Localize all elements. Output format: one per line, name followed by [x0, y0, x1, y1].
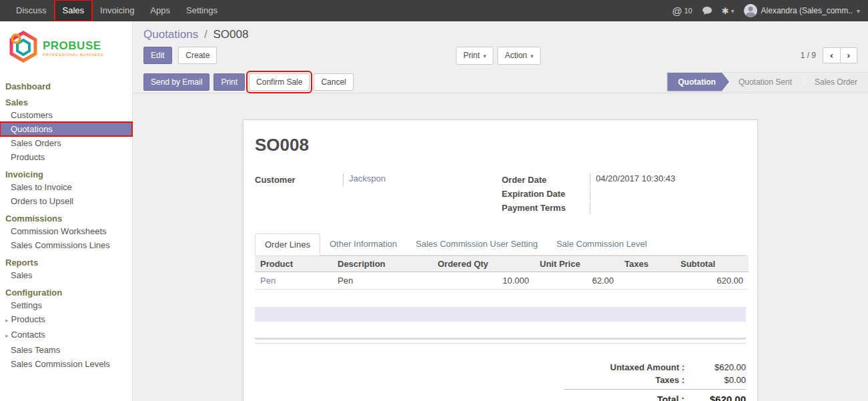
sidebar: PROBUSE PROFESSIONAL BUSINESS Dashboard … [0, 21, 133, 401]
customer-label: Customer [255, 175, 343, 185]
column-header-ordered-qty[interactable]: Ordered Qty [432, 256, 534, 272]
sidebar-item-orders-to-upsell[interactable]: Orders to Upsell [0, 194, 132, 208]
pager-next-button[interactable]: › [840, 47, 857, 63]
field-column-right: Order Date 04/20/2017 10:30:43 Expiratio… [500, 173, 746, 215]
sidebar-item-label: Contacts [11, 330, 45, 340]
messages-indicator[interactable]: @ 10 [672, 5, 692, 17]
pager-previous-button[interactable]: ‹ [823, 47, 840, 63]
terms-input-area[interactable] [255, 307, 746, 322]
cancel-button[interactable]: Cancel [314, 73, 353, 91]
sidebar-item-customers[interactable]: Customers [0, 108, 132, 122]
cell-subtotal: 620.00 [675, 272, 749, 290]
total-label: Total : [564, 394, 694, 401]
messages-count: 10 [684, 7, 692, 15]
statusbar-stage-sales-order[interactable]: Sales Order [799, 73, 868, 91]
tab-order-lines[interactable]: Order Lines [255, 234, 320, 256]
sidebar-heading-sales[interactable]: Sales [0, 97, 132, 108]
topbar-right: @ 10 ✱ ▾ Alexandra (Sales_comm.. ▾ [672, 0, 868, 21]
table-header-row: Product Description Ordered Qty Unit Pri… [255, 256, 749, 272]
sidebar-item-sales-teams[interactable]: Sales Teams [0, 343, 132, 357]
sidebar-item-settings[interactable]: Settings [0, 298, 132, 312]
sidebar-item-commission-worksheets[interactable]: Commission Worksheets [0, 224, 132, 238]
action-dropdown-label: Action [505, 51, 527, 60]
sidebar-heading-dashboard[interactable]: Dashboard [0, 81, 132, 92]
customer-field: Customer Jackspon [255, 173, 500, 187]
user-name: Alexandra (Sales_comm.. [761, 6, 853, 15]
chat-button[interactable] [702, 6, 713, 15]
table-row[interactable]: Pen Pen 10.000 62.00 620.00 [255, 272, 749, 290]
page-title: SO008 [255, 135, 746, 155]
cell-taxes [619, 272, 675, 290]
avatar [744, 4, 757, 17]
confirm-sale-button[interactable]: Confirm Sale [249, 73, 310, 91]
topbar-menu-invoicing[interactable]: Invoicing [92, 0, 142, 21]
customer-value[interactable]: Jackspon [343, 173, 500, 186]
tab-other-information[interactable]: Other Information [320, 234, 406, 256]
edit-button[interactable]: Edit [143, 47, 172, 64]
sidebar-heading-reports[interactable]: Reports [0, 258, 132, 268]
expiration-date-value [590, 187, 746, 200]
topbar-menu-settings[interactable]: Settings [178, 0, 226, 21]
taxes-label: Taxes : [564, 375, 694, 385]
taxes-row: Taxes : $0.00 [564, 374, 746, 386]
order-lines-table: Product Description Ordered Qty Unit Pri… [255, 256, 749, 290]
column-header-product[interactable]: Product [255, 256, 332, 272]
tab-sale-commission-level[interactable]: Sale Commission Level [547, 234, 657, 256]
column-header-unit-price[interactable]: Unit Price [534, 256, 619, 272]
sidebar-item-sales-orders[interactable]: Sales Orders [0, 136, 132, 150]
asterisk-icon: ✱ [722, 6, 729, 16]
main-content: Quotations / SO008 Edit Create Print▾ Ac… [133, 21, 868, 401]
send-by-email-button[interactable]: Send by Email [143, 73, 209, 91]
topbar-menu-apps[interactable]: Apps [142, 0, 178, 21]
sidebar-heading-configuration[interactable]: Configuration [0, 288, 132, 298]
column-header-subtotal[interactable]: Subtotal [675, 256, 749, 272]
expiration-date-field: Expiration Date [502, 187, 746, 201]
sidebar-item-products-config[interactable]: ▸Products [0, 312, 132, 328]
sidebar-item-contacts[interactable]: ▸Contacts [0, 328, 132, 343]
user-menu[interactable]: Alexandra (Sales_comm.. ▾ [744, 4, 860, 17]
divider [255, 343, 746, 344]
sidebar-item-quotations[interactable]: Quotations [0, 122, 132, 136]
statusbar-stage-quotation[interactable]: Quotation [667, 73, 729, 91]
breadcrumb-quotations-link[interactable]: Quotations [143, 28, 198, 41]
expiration-date-label: Expiration Date [502, 189, 590, 199]
sidebar-item-sales-commission-levels[interactable]: Sales Commission Levels [0, 357, 132, 371]
sidebar-item-sales-commissions-lines[interactable]: Sales Commissions Lines [0, 238, 132, 252]
payment-terms-label: Payment Terms [502, 203, 590, 213]
cell-product[interactable]: Pen [255, 272, 332, 290]
statusbar-stage-quotation-sent[interactable]: Quotation Sent [723, 73, 805, 91]
logo-title: PROBUSE [43, 39, 103, 53]
sidebar-item-sales-to-invoice[interactable]: Sales to Invoice [0, 180, 132, 194]
field-grid: Customer Jackspon Order Date 04/20/2017 … [255, 173, 746, 215]
caret-down-icon: ▾ [857, 7, 860, 15]
sidebar-item-reports-sales[interactable]: Sales [0, 268, 132, 282]
print-report-button[interactable]: Print [213, 73, 245, 91]
company-logo[interactable]: PROBUSE PROFESSIONAL BUSINESS [8, 27, 132, 69]
action-dropdown[interactable]: Action▾ [498, 47, 541, 65]
chat-bubble-icon [702, 6, 713, 15]
sidebar-heading-invoicing[interactable]: Invoicing [0, 169, 132, 180]
sidebar-item-products[interactable]: Products [0, 150, 132, 164]
taxes-value: $0.00 [694, 375, 746, 385]
activities-menu[interactable]: ✱ ▾ [722, 6, 735, 16]
print-dropdown[interactable]: Print▾ [456, 47, 493, 65]
breadcrumb-separator: / [204, 28, 207, 41]
cell-unit-price: 62.00 [534, 272, 619, 290]
column-header-taxes[interactable]: Taxes [619, 256, 675, 272]
cell-description: Pen [332, 272, 432, 290]
field-column-left: Customer Jackspon [255, 173, 500, 215]
sidebar-heading-commissions[interactable]: Commissions [0, 214, 132, 224]
create-button[interactable]: Create [178, 47, 217, 64]
chevron-right-icon: ▸ [5, 332, 9, 339]
tab-sales-commission-user-setting[interactable]: Sales Commission User Setting [406, 234, 547, 256]
topbar-menu-discuss[interactable]: Discuss [8, 0, 55, 21]
topbar: Discuss Sales Invoicing Apps Settings @ … [0, 0, 868, 21]
column-header-description[interactable]: Description [332, 256, 432, 272]
payment-terms-field: Payment Terms [502, 201, 746, 215]
chevron-right-icon: ▸ [5, 317, 9, 324]
statusbar-row: Send by Email Print Confirm Sale Cancel … [133, 71, 868, 93]
caret-down-icon: ▾ [530, 53, 534, 59]
topbar-menu-sales[interactable]: Sales [55, 0, 93, 21]
sheet-area: SO008 Customer Jackspon Order Date 04/20… [133, 109, 868, 401]
pager-buttons: ‹ › [823, 47, 857, 63]
